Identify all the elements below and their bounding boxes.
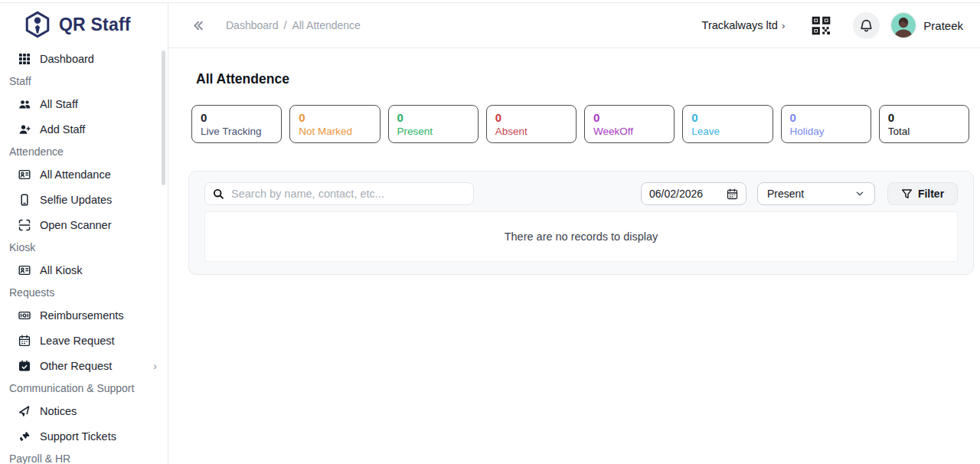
banknote-icon [18, 309, 31, 322]
status-select[interactable]: Present [757, 182, 875, 205]
stat-card-present: 0 Present [388, 105, 479, 143]
sidebar-item-label: All Attendance [40, 168, 111, 181]
stat-label: Not Marked [299, 125, 371, 138]
megaphone-icon [18, 405, 31, 417]
sidebar-item-label: Selfie Updates [40, 194, 112, 206]
filter-toolbar: 06/02/2026 Present Filter [204, 182, 958, 205]
stat-value: 0 [888, 110, 960, 125]
sidebar-section-staff: Staff [0, 71, 168, 91]
sidebar-item-all-kiosk[interactable]: All Kiosk [0, 257, 168, 283]
sidebar-section-communication-support: Communication & Support [0, 378, 168, 398]
stat-value: 0 [691, 110, 763, 125]
sidebar-item-dashboard[interactable]: Dashboard [0, 46, 168, 71]
logo-text: QR Staff [59, 15, 131, 35]
sidebar: QR Staff Dashboard Staff All Staff Add S… [0, 3, 168, 464]
stat-label: Live Tracking [201, 125, 273, 138]
stat-card-holiday: 0 Holiday [781, 105, 871, 143]
sidebar-item-selfie-updates[interactable]: Selfie Updates [0, 187, 168, 212]
sidebar-item-label: Open Scanner [40, 219, 112, 231]
breadcrumb-dashboard[interactable]: Dashboard [226, 19, 279, 31]
calendar-check-icon [18, 360, 31, 372]
sidebar-item-label: All Staff [40, 98, 78, 110]
logo[interactable]: QR Staff [0, 3, 168, 46]
sidebar-item-notices[interactable]: Notices [0, 398, 168, 423]
scan-icon [18, 219, 31, 231]
stat-label: Holiday [790, 125, 862, 138]
sidebar-item-other-request[interactable]: Other Request › [0, 353, 168, 378]
qr-staff-logo-icon [23, 10, 52, 39]
sidebar-item-label: Support Tickets [40, 430, 116, 443]
stat-label: Absent [495, 125, 567, 138]
filter-button[interactable]: Filter [887, 182, 958, 205]
stat-value: 0 [495, 110, 567, 125]
company-name: Trackalways ltd [702, 19, 778, 31]
breadcrumb: Dashboard / All Attendence [226, 19, 361, 31]
page-title: All Attendence [196, 71, 980, 87]
funnel-icon [901, 188, 913, 200]
stat-cards-row: 0 Live Tracking 0 Not Marked 0 Present 0… [191, 105, 969, 143]
sidebar-item-label: All Kiosk [40, 264, 83, 276]
breadcrumb-all-attendence: All Attendence [292, 19, 361, 31]
sidebar-section-kiosk: Kiosk [0, 237, 168, 257]
user-name: Prateek [923, 19, 963, 32]
sidebar-item-all-attendance[interactable]: All Attendance [0, 162, 168, 187]
stat-card-total: 0 Total [879, 105, 969, 143]
header-actions: Trackalways ltd › Prateek [702, 12, 963, 39]
sidebar-item-label: Add Staff [40, 123, 85, 136]
breadcrumb-separator: / [284, 19, 287, 31]
calendar-icon [727, 188, 738, 200]
sidebar-item-add-staff[interactable]: Add Staff [0, 116, 168, 142]
sidebar-item-label: Reimbursements [40, 309, 124, 322]
sidebar-item-label: Notices [40, 405, 77, 417]
id-card-icon [18, 264, 31, 276]
smartphone-icon [18, 194, 31, 206]
ticket-icon [18, 430, 31, 443]
sidebar-section-attendence: Attendence [0, 142, 168, 162]
company-switcher[interactable]: Trackalways ltd › [702, 19, 786, 31]
sidebar-item-reimbursements[interactable]: Reimbursements [0, 302, 168, 328]
date-picker[interactable]: 06/02/2026 [641, 182, 746, 205]
users-icon [18, 98, 31, 110]
stat-card-absent: 0 Absent [486, 105, 577, 143]
sidebar-nav: Dashboard Staff All Staff Add Staff Atte… [0, 46, 168, 464]
records-table-empty-state: There are no records to display [204, 211, 958, 262]
empty-message: There are no records to display [505, 230, 658, 243]
stat-label: Total [888, 125, 960, 138]
stat-label: WeekOff [593, 125, 665, 138]
sidebar-item-support-tickets[interactable]: Support Tickets [0, 423, 168, 449]
collapse-sidebar-button[interactable] [191, 19, 204, 32]
stat-label: Present [397, 125, 469, 138]
date-value: 06/02/2026 [649, 188, 703, 200]
main-content: All Attendence 0 Live Tracking 0 Not Mar… [168, 48, 980, 464]
calendar-icon [18, 335, 31, 347]
grid-icon [18, 53, 31, 65]
app-window: QR Staff Dashboard Staff All Staff Add S… [0, 0, 980, 464]
attendance-panel: 06/02/2026 Present Filter There [188, 171, 974, 275]
sidebar-item-leave-request[interactable]: Leave Request [0, 328, 168, 353]
avatar[interactable] [890, 12, 916, 38]
chevron-right-icon: › [153, 360, 157, 372]
stat-value: 0 [593, 110, 665, 125]
stat-value: 0 [790, 110, 862, 125]
search-input[interactable] [231, 188, 466, 200]
stat-value: 0 [299, 110, 371, 125]
chevron-down-icon [854, 188, 865, 199]
sidebar-item-all-staff[interactable]: All Staff [0, 91, 168, 116]
id-card-icon [18, 168, 31, 181]
notifications-button[interactable] [853, 12, 880, 39]
sidebar-item-label: Other Request [40, 360, 112, 372]
stat-card-leave: 0 Leave [682, 105, 773, 143]
stat-card-weekoff: 0 WeekOff [584, 105, 675, 143]
search-box [204, 182, 474, 205]
avatar-image [891, 13, 916, 38]
top-header: Dashboard / All Attendence Trackalways l… [168, 3, 980, 48]
stat-label: Leave [691, 125, 763, 138]
sidebar-scrollbar[interactable] [162, 51, 165, 185]
sidebar-item-open-scanner[interactable]: Open Scanner [0, 212, 168, 237]
filter-button-label: Filter [918, 188, 944, 200]
sidebar-item-label: Dashboard [40, 53, 94, 65]
sidebar-section-requests: Requests [0, 283, 168, 302]
qr-code-button[interactable] [811, 15, 831, 36]
user-plus-icon [18, 123, 31, 136]
stat-card-not-marked: 0 Not Marked [289, 105, 380, 143]
